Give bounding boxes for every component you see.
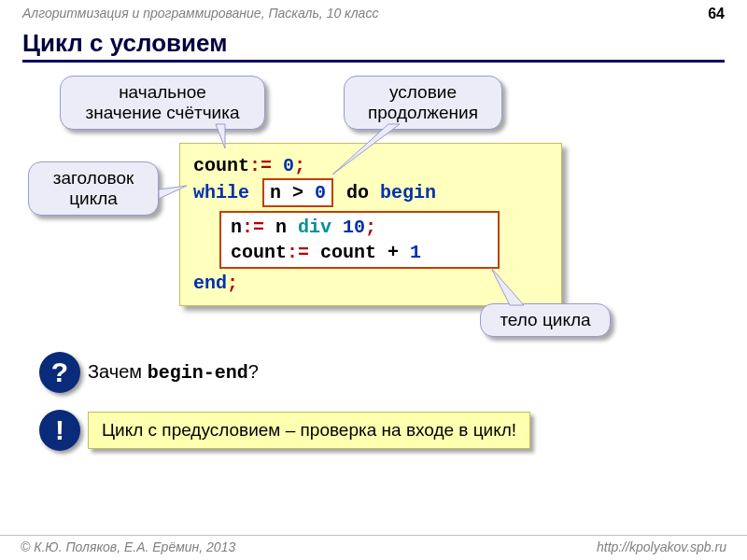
text-fragment: ? [248,361,259,382]
code-keyword: while [193,182,249,203]
code-token: ; [365,217,376,238]
code-token: do [335,182,380,203]
question-text: Зачем begin-end? [88,361,259,384]
course-label: Алгоритмизация и программирование, Паска… [22,6,378,22]
code-token: count + [320,242,410,263]
authors: К.Ю. Поляков, Е.А. Ерёмин, 2013 [34,539,235,554]
code-token: n > [270,182,315,203]
code-line-body-1: n:= n div 10; [231,215,488,240]
footer-url: http://kpolyakov.spb.ru [597,539,726,554]
warning-row: ! Цикл с предусловием – проверка на вход… [39,410,530,451]
code-token: count [193,155,249,176]
code-keyword: end [193,273,227,294]
code-token: := [287,242,320,263]
code-token: count [231,242,287,263]
code-keyword: div [298,217,331,238]
condition-box: n > 0 [262,178,333,207]
warning-box: Цикл с предусловием – проверка на входе … [88,412,530,449]
code-token: 0 [315,182,326,203]
text-fragment: Зачем [88,361,148,382]
callout-initial-value: начальноезначение счётчика [60,76,265,130]
code-block: count:= 0; while n > 0 do begin n:= n di… [179,143,562,306]
code-line-2: while n > 0 do begin [193,178,548,207]
code-keyword: begin [380,182,436,203]
exclamation-icon: ! [39,410,80,451]
copyright-label: © К.Ю. Поляков, Е.А. Ерёмин, 2013 [21,539,235,554]
header-bar: Алгоритмизация и программирование, Паска… [0,0,747,25]
code-line-1: count:= 0; [193,153,548,178]
code-line-end: end; [193,271,548,296]
code-token: 10 [331,217,365,238]
question-row: ? Зачем begin-end? [39,352,259,393]
code-token: ; [294,155,305,176]
code-inline: begin-end [148,362,248,384]
code-token: ; [227,273,238,294]
callout-condition: условиепродолжения [344,76,502,130]
page-number: 64 [708,6,725,22]
code-token: := [242,217,275,238]
code-token: := [249,155,283,176]
page-title: Цикл с условием [22,29,725,63]
callout-loop-body: тело цикла [480,303,611,337]
code-token: 1 [410,242,421,263]
callout-loop-header: заголовокцикла [28,161,159,216]
code-token: 0 [283,155,294,176]
content-stage: начальноезначение счётчика условиепродол… [15,72,732,483]
footer-bar: © К.Ю. Поляков, Е.А. Ерёмин, 2013 http:/… [0,535,747,554]
loop-body-box: n:= n div 10; count:= count + 1 [219,211,500,269]
code-token: n [231,217,242,238]
question-mark-icon: ? [39,352,80,393]
code-line-body-2: count:= count + 1 [231,240,488,265]
code-token: n [275,217,298,238]
